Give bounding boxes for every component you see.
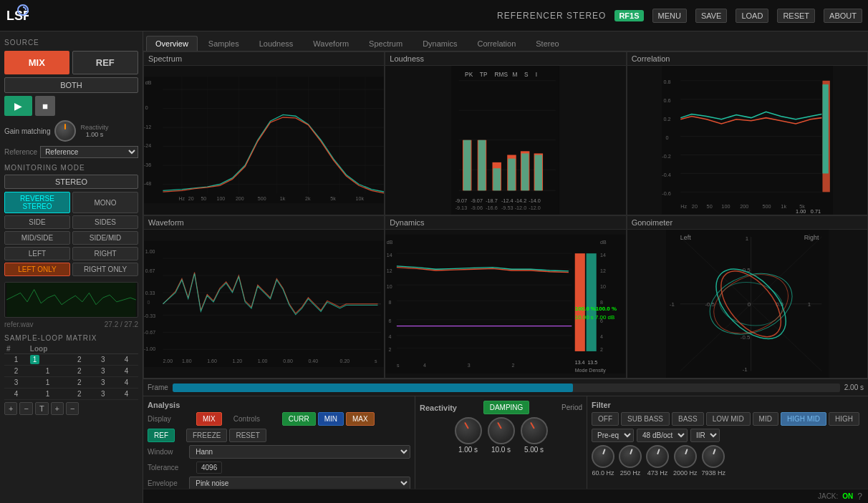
react-knob-1[interactable] (455, 417, 482, 444)
slope-select[interactable]: 48 dB/oct (637, 429, 688, 442)
ref-source-button[interactable]: REF (72, 51, 139, 74)
display-buttons: MIX (196, 412, 222, 426)
damping-button[interactable]: DAMPING (483, 401, 530, 414)
loop-row3-cell4[interactable]: 4 (115, 377, 138, 389)
svg-text:-1: -1 (670, 301, 675, 307)
about-button[interactable]: ABOUT (824, 9, 862, 23)
filter-knob-4[interactable] (674, 445, 697, 468)
side-mid-button[interactable]: SIDE/MID (72, 231, 138, 245)
tab-overview[interactable]: Overview (146, 36, 198, 51)
freeze-button[interactable]: FREEZE (186, 429, 227, 442)
loop-add-button[interactable]: + (4, 402, 17, 415)
filter-knob-2[interactable] (619, 445, 642, 468)
type-select[interactable]: IIR (690, 429, 720, 442)
svg-text:1: 1 (807, 301, 810, 307)
mid-side-button[interactable]: MID/SIDE (4, 231, 70, 245)
jack-help-icon[interactable]: ? (857, 492, 862, 502)
filter-section: Filter OFF SUB BASS BASS LOW MID MID HIG… (587, 396, 868, 489)
loop-row4-cell2[interactable]: 2 (67, 389, 91, 400)
loop-row1-cell4[interactable]: 4 (115, 354, 138, 366)
right-button[interactable]: RIGHT (72, 247, 138, 260)
load-button[interactable]: LOAD (736, 9, 768, 23)
mix-display-button[interactable]: MIX (196, 412, 222, 426)
reactivity-label: Reactivity (80, 124, 108, 131)
filter-knob-3[interactable] (646, 445, 669, 468)
tab-spectrum[interactable]: Spectrum (360, 36, 412, 51)
min-button[interactable]: MIN (318, 412, 344, 426)
sub-bass-filter-button[interactable]: SUB BASS (621, 412, 670, 426)
loop-row4-cell1[interactable]: 1 (28, 389, 68, 400)
reset-anal-button[interactable]: RESET (229, 429, 266, 442)
svg-text:200: 200 (236, 196, 244, 201)
off-filter-button[interactable]: OFF (592, 412, 619, 426)
menu-button[interactable]: MENU (652, 9, 687, 23)
mid-filter-button[interactable]: MID (753, 412, 778, 426)
frame-progress[interactable] (173, 384, 840, 392)
svg-text:2: 2 (389, 346, 392, 351)
high-filter-button[interactable]: HIGH (829, 412, 859, 426)
save-button[interactable]: SAVE (695, 9, 728, 23)
loop-add2-button[interactable]: + (51, 402, 64, 415)
mix-source-button[interactable]: MIX (4, 51, 69, 74)
pre-eq-select[interactable]: Pre-eq (592, 429, 634, 442)
loop-row4-cell4[interactable]: 4 (115, 389, 138, 400)
both-button[interactable]: BOTH (4, 77, 138, 93)
loop-row4-cell3[interactable]: 3 (91, 389, 115, 400)
reference-select[interactable]: Reference (40, 146, 138, 158)
tab-waveform[interactable]: Waveform (304, 36, 358, 51)
dynamics-content: dB 14 12 10 8 6 4 2 (385, 230, 625, 379)
filter-knob-5[interactable] (702, 445, 725, 468)
svg-text:-0.6: -0.6 (662, 190, 671, 197)
tab-loudness[interactable]: Loudness (250, 36, 303, 51)
tab-stereo[interactable]: Stereo (526, 36, 568, 51)
stereo-mode-button[interactable]: STEREO (4, 175, 138, 189)
curr-button[interactable]: CURR (282, 412, 316, 426)
high-mid-filter-button[interactable]: HIGH MID (781, 412, 826, 426)
ref-display-button[interactable]: REF (148, 429, 175, 442)
low-mid-filter-button[interactable]: LOW MID (706, 412, 751, 426)
ctrl-buttons-2: FREEZE RESET (186, 429, 266, 442)
loop-row2-cell2[interactable]: 2 (67, 366, 91, 377)
filter-knob-1[interactable] (592, 445, 614, 468)
loop-row2-num: 2 (4, 366, 28, 377)
loop-row-1: 1 1 2 3 4 (4, 354, 138, 366)
tab-dynamics[interactable]: Dynamics (413, 36, 466, 51)
reactivity-knob[interactable] (54, 120, 76, 142)
reverse-stereo-button[interactable]: REVERSE STEREO (4, 192, 70, 213)
mono-button[interactable]: MONO (72, 192, 138, 213)
loop-row1-cell2[interactable]: 2 (67, 354, 91, 366)
left-only-button[interactable]: LEFT ONLY (4, 263, 70, 276)
svg-text:0.71: 0.71 (811, 208, 821, 214)
bass-filter-button[interactable]: BASS (672, 412, 704, 426)
right-only-button[interactable]: RIGHT ONLY (72, 263, 138, 276)
react-knob-3[interactable] (521, 417, 548, 444)
loop-t-button[interactable]: T (35, 402, 49, 415)
react-knob-1-col: 1.00 s (455, 417, 482, 454)
loop-minus2-button[interactable]: − (66, 402, 79, 415)
loop-row1-cell1[interactable]: 1 (28, 354, 68, 366)
loop-row1-cell3[interactable]: 3 (91, 354, 115, 366)
react-knob-2[interactable] (488, 417, 515, 444)
tab-samples[interactable]: Samples (199, 36, 249, 51)
left-button[interactable]: LEFT (4, 247, 70, 260)
play-button[interactable]: ▶ (4, 96, 32, 116)
svg-text:-14.0: -14.0 (529, 197, 541, 204)
stop-button[interactable]: ■ (35, 96, 55, 116)
side-button[interactable]: SIDE (4, 215, 70, 229)
reset-button[interactable]: RESET (777, 9, 815, 23)
sides-button[interactable]: SIDES (72, 215, 138, 229)
loop-row3-cell3[interactable]: 3 (91, 377, 115, 389)
loop-row3-cell1[interactable]: 1 (28, 377, 68, 389)
loop-row2-cell4[interactable]: 4 (115, 366, 138, 377)
loop-row2-cell1[interactable]: 1 (28, 366, 68, 377)
loop-minus-button[interactable]: − (19, 402, 32, 415)
period-label: Period (561, 404, 582, 411)
window-select[interactable]: Hann (189, 445, 410, 459)
max-button[interactable]: MAX (346, 412, 375, 426)
tab-correlation[interactable]: Correlation (468, 36, 525, 51)
svg-text:-0.4: -0.4 (662, 172, 671, 178)
loop-row3-cell2[interactable]: 2 (67, 377, 91, 389)
svg-text:-0.5: -0.5 (740, 334, 750, 341)
reactivity-section: Reactivity DAMPING Period 1.00 s 10.0 s (415, 396, 587, 489)
loop-row2-cell3[interactable]: 3 (91, 366, 115, 377)
